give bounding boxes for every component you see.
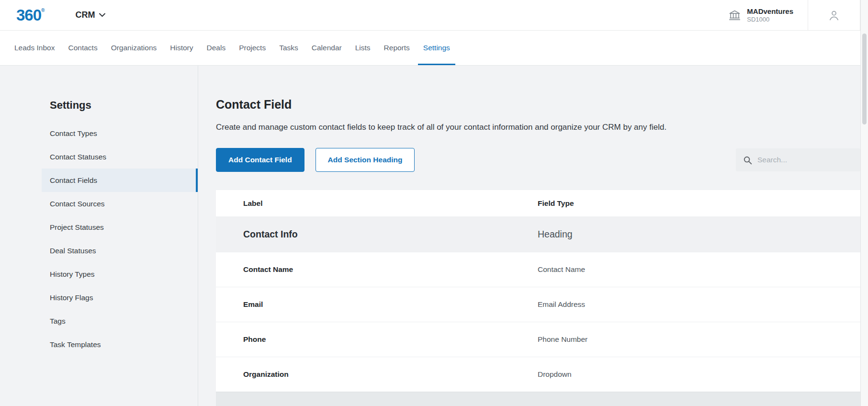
- sidebar-item-project-statuses[interactable]: Project Statuses: [42, 215, 198, 239]
- account-id: SD1000: [747, 16, 793, 23]
- row-field-type: Email Address: [538, 300, 860, 309]
- row-label: Contact Info: [243, 229, 538, 240]
- sidebar-title: Settings: [50, 99, 198, 112]
- table-header-row: Label Field Type: [216, 190, 860, 216]
- tab-calendar[interactable]: Calendar: [305, 31, 349, 65]
- table-row-partial: [216, 392, 860, 406]
- fields-table: Label Field Type Contact Info Heading Co…: [216, 190, 860, 406]
- row-label: Organization: [243, 370, 538, 379]
- bank-icon: [728, 9, 741, 22]
- search-input[interactable]: [757, 156, 853, 164]
- main-nav: Leads Inbox Contacts Organizations Histo…: [0, 31, 868, 66]
- row-label: Phone: [243, 335, 538, 344]
- row-field-type: Heading: [538, 229, 860, 240]
- logo[interactable]: 360®: [16, 7, 45, 23]
- table-row[interactable]: Email Email Address: [216, 287, 860, 322]
- scrollbar-thumb[interactable]: [862, 34, 867, 124]
- tab-settings[interactable]: Settings: [417, 31, 457, 65]
- user-icon: [827, 9, 841, 22]
- tab-deals[interactable]: Deals: [200, 31, 233, 65]
- tab-organizations[interactable]: Organizations: [104, 31, 164, 65]
- header-right: MADventures SD1000: [728, 0, 868, 30]
- app-name: CRM: [75, 10, 95, 20]
- sidebar-item-contact-sources[interactable]: Contact Sources: [42, 192, 198, 215]
- tab-leads-inbox[interactable]: Leads Inbox: [8, 31, 61, 65]
- page-title: Contact Field: [216, 98, 860, 112]
- tab-reports[interactable]: Reports: [377, 31, 417, 65]
- sidebar-item-history-types[interactable]: History Types: [42, 262, 198, 286]
- row-field-type: Contact Name: [538, 265, 860, 274]
- content-divider: [198, 66, 198, 406]
- scrollbar[interactable]: [860, 0, 868, 406]
- tab-lists[interactable]: Lists: [349, 31, 377, 65]
- tab-contacts[interactable]: Contacts: [61, 31, 104, 65]
- top-header: 360® CRM MADventures SD1000: [0, 0, 868, 31]
- toolbar: Add Contact Field Add Section Heading: [216, 148, 860, 172]
- logo-text: 360: [16, 7, 41, 23]
- contact-field-panel: Contact Field Create and manage custom c…: [216, 66, 860, 406]
- user-menu-button[interactable]: [808, 0, 860, 30]
- sidebar-item-contact-fields[interactable]: Contact Fields: [42, 169, 198, 192]
- registered-mark: ®: [41, 8, 45, 13]
- tab-projects[interactable]: Projects: [232, 31, 272, 65]
- table-row[interactable]: Contact Name Contact Name: [216, 252, 860, 287]
- sidebar-item-tags[interactable]: Tags: [42, 309, 198, 333]
- sidebar-item-deal-statuses[interactable]: Deal Statuses: [42, 239, 198, 262]
- search-icon: [743, 156, 752, 165]
- search-box[interactable]: [736, 148, 860, 171]
- row-label: Contact Name: [243, 265, 538, 274]
- account-text: MADventures SD1000: [747, 7, 793, 23]
- account-name: MADventures: [747, 7, 793, 16]
- row-field-type: Phone Number: [538, 335, 860, 344]
- sidebar-item-history-flags[interactable]: History Flags: [42, 286, 198, 309]
- add-contact-field-button[interactable]: Add Contact Field: [216, 148, 304, 172]
- row-label: Email: [243, 300, 538, 309]
- column-header-label: Label: [243, 199, 538, 208]
- account-info: MADventures SD1000: [728, 7, 808, 23]
- add-section-heading-button[interactable]: Add Section Heading: [316, 148, 415, 172]
- table-section-heading-row[interactable]: Contact Info Heading: [216, 216, 860, 252]
- sidebar-item-task-templates[interactable]: Task Templates: [42, 333, 198, 356]
- chevron-down-icon: [99, 13, 105, 17]
- app-switcher[interactable]: CRM: [75, 10, 105, 20]
- content-area: Settings Contact Types Contact Statuses …: [0, 66, 868, 406]
- tab-history[interactable]: History: [163, 31, 200, 65]
- sidebar-item-contact-statuses[interactable]: Contact Statuses: [42, 145, 198, 169]
- sidebar-list: Contact Types Contact Statuses Contact F…: [42, 122, 198, 356]
- table-row[interactable]: Organization Dropdown: [216, 357, 860, 392]
- row-field-type: Dropdown: [538, 370, 860, 379]
- settings-sidebar: Settings Contact Types Contact Statuses …: [42, 66, 198, 356]
- column-header-field-type: Field Type: [538, 199, 860, 208]
- table-row[interactable]: Phone Phone Number: [216, 322, 860, 357]
- tab-tasks[interactable]: Tasks: [272, 31, 305, 65]
- sidebar-item-contact-types[interactable]: Contact Types: [42, 122, 198, 145]
- page-description: Create and manage custom contact fields …: [216, 123, 860, 132]
